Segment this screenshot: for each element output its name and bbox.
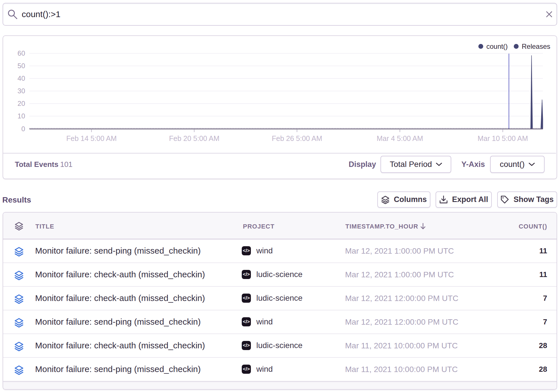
svg-text:20: 20 [17, 100, 25, 107]
svg-text:Feb 26 5:00 AM: Feb 26 5:00 AM [272, 134, 322, 142]
svg-text:Mar 10 5:00 AM: Mar 10 5:00 AM [478, 134, 528, 142]
svg-text:Feb 14 5:00 AM: Feb 14 5:00 AM [66, 134, 117, 142]
svg-text:0: 0 [21, 125, 25, 133]
svg-text:40: 40 [17, 74, 25, 82]
svg-text:Feb 20 5:00 AM: Feb 20 5:00 AM [169, 134, 219, 142]
svg-text:10: 10 [17, 112, 25, 120]
svg-text:Mar 4 5:00 AM: Mar 4 5:00 AM [377, 134, 423, 142]
svg-text:60: 60 [17, 49, 25, 57]
svg-text:30: 30 [17, 87, 25, 95]
svg-text:50: 50 [17, 62, 25, 70]
